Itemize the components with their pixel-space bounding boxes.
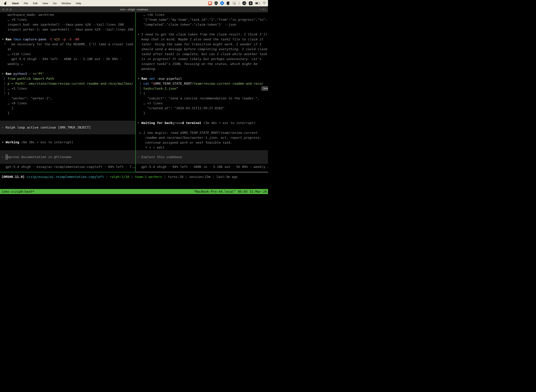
text-segment: later. Using the same for transition mig… xyxy=(138,42,261,46)
text-segment xyxy=(46,37,48,41)
terminal-line: inspect_hud: omx sparkshell --tmux-pane … xyxy=(2,22,135,27)
terminal-line xyxy=(138,71,268,76)
ralph-loop-notice: › Ralph loop active continue [OMX_TMUX_I… xyxy=(0,121,135,134)
terminal-line: ⌥ + ↑ edit xyxy=(138,145,268,150)
terminal-line: … +110 lines xyxy=(2,52,135,56)
prompt-input-right[interactable]: › Explain this codebase xyxy=(136,150,268,164)
terminal-line: gpt-5.4 xhigh · 94% left · 488K in · 5.1… xyxy=(138,164,268,169)
text-segment xyxy=(149,82,151,85)
text-segment xyxy=(72,37,73,41)
text-segment: capture-pane xyxy=(23,37,46,41)
text-segment: mprove documentation in @filename xyxy=(8,155,72,159)
tmux-host-clock: "MacBook-Pro-44.local" 05:03 31-Mar-26 xyxy=(193,189,267,194)
terminal-line: │ tasks/task-2.json" xyxy=(138,86,268,91)
text-segment: • xyxy=(138,77,141,80)
text-segment: OMX_TEAM_STATE_ROOT xyxy=(155,82,192,85)
text-segment: "created_at": "2026-03-31T11:59:27.816Z" xyxy=(138,106,225,110)
terminal-line: inspect_worker-1: omx sparkshell --tmux-… xyxy=(2,27,135,32)
terminal-cursor: I xyxy=(6,154,8,159)
text-segment: └ xyxy=(2,92,8,95)
text-segment xyxy=(147,77,149,80)
terminal-line: later. Using the same for transition mig… xyxy=(138,42,268,47)
text-segment: │ xyxy=(2,87,8,90)
text-segment: set xyxy=(149,77,155,80)
left-session-status: gpt-5.4 xhigh · essay/ai-reimplementatio… xyxy=(2,164,135,169)
terminal-line: inspect task2's JSON, focusing on the st… xyxy=(138,61,268,66)
text-segment: { xyxy=(8,92,10,95)
text-segment: be necessary for the end of the README. … xyxy=(11,42,133,46)
terminal-line: › Improve documentation in @filename xyxy=(0,154,72,159)
pane-divider-vertical[interactable] xyxy=(135,12,136,172)
text-segment: inspect_hud: omx sparkshell --tmux-pane … xyxy=(2,23,124,26)
text-segment: team:1 workers xyxy=(135,175,162,179)
screen-indicator-overlay[interactable]: Scre xyxy=(261,86,268,91)
terminal-line: │ … +3 lines xyxy=(2,86,135,91)
text-segment: } xyxy=(138,111,145,115)
terminal-line: └ be necessary for the end of the README… xyxy=(2,42,135,47)
text-segment: gpt-5.4 xhigh · 94% left · 488K in · 5.1… xyxy=(2,57,122,61)
terminal-line: • Working (6m 38s • esc to interrupt) xyxy=(2,140,135,145)
text-segment xyxy=(27,72,29,75)
text-segment: inspect task2's JSON, focusing on the st… xyxy=(138,62,258,66)
text-segment: Ran xyxy=(141,77,147,80)
text-segment: '{"team_name":"my-team","task_id":"1","f… xyxy=(138,18,267,21)
text-segment: Explain this codebase xyxy=(141,155,182,159)
text-segment: | xyxy=(104,175,110,179)
text-segment: %25 xyxy=(54,37,60,41)
text-segment: -S xyxy=(67,37,72,41)
terminal-line: • Ran tmux capture-pane -t %25 -p -S -80 xyxy=(2,37,135,42)
text-segment: } xyxy=(2,111,10,115)
text-segment: gpt-5.4 xhigh · 94% left · 488K in · 5.1… xyxy=(138,165,268,169)
terminal-line: … +7 lines xyxy=(138,101,268,106)
text-segment: | xyxy=(129,175,135,179)
text-segment: session:23m xyxy=(189,175,211,179)
text-segment: (3m 46s • esc to interrupt) xyxy=(201,121,255,125)
text-segment: keep that in mind. Maybe I also need the… xyxy=(138,37,263,41)
terminal-line: └ { xyxy=(2,91,135,96)
terminal-line: › Ralph loop active continue [OMX_TMUX_I… xyxy=(0,125,91,130)
terminal-line: … +16 lines xyxy=(138,12,268,17)
text-segment: weekly … xyxy=(2,62,23,66)
text-segment: cat xyxy=(143,82,149,85)
terminal-line: workspace_mode: worktree xyxy=(2,12,135,17)
terminal-line: │ cat "$OMX_TEAM_STATE_ROOT/team/review-… xyxy=(138,81,268,86)
text-segment: -euo pipefail xyxy=(157,77,182,80)
terminal-line: pending. xyxy=(138,66,268,71)
prompt-input-left[interactable]: › Improve documentation in @filename xyxy=(0,150,135,164)
text-segment: readme-and-reco/mailbox/worker-1.json, a… xyxy=(138,136,261,140)
text-segment: workspace_mode: worktree xyxy=(2,13,54,17)
terminal-line: │ from pathlib import Path xyxy=(2,76,135,81)
terminal-line: } xyxy=(138,111,268,116)
terminal-line xyxy=(138,27,268,32)
terminal-line: … +9 lines xyxy=(2,101,135,106)
terminal-line: gpt-5.4 xhigh · 94% left · 488K in · 5.1… xyxy=(2,56,135,61)
terminal-line: ↳ 1 new msg(s): read $OMX_TEAM_STATE_ROO… xyxy=(138,130,268,135)
text-segment: -p xyxy=(62,37,66,41)
text-segment: └ xyxy=(2,42,11,46)
text-segment: cczip/essay/ai-reimplementation-copyleft xyxy=(27,175,104,179)
text-segment: tasks/task-2.json xyxy=(143,87,176,90)
text-segment xyxy=(66,37,67,41)
left-scrollback: workspace_mode: worktree … +9 lines insp… xyxy=(2,12,135,116)
text-segment: › xyxy=(2,126,6,129)
terminal-line: • Waiting for background terminal (3m 46… xyxy=(138,121,268,125)
terminal-line: '{"team_name":"my-team","task_id":"1","f… xyxy=(138,17,268,22)
terminal-pane-left: workspace_mode: worktree … +9 lines insp… xyxy=(0,0,135,173)
text-segment: tmux xyxy=(13,37,21,41)
text-segment: │ xyxy=(138,82,143,85)
text-segment: │ xyxy=(138,87,143,90)
terminal-line: gpt-5.4 xhigh · essay/ai-reimplementatio… xyxy=(2,164,135,169)
terminal-line: } xyxy=(2,111,135,116)
text-segment: continue assigned work or next feasible … xyxy=(138,141,232,144)
text-segment xyxy=(11,72,13,75)
pane-border-right-inactive xyxy=(136,172,268,172)
text-segment: › xyxy=(2,155,6,159)
terminal-line: ] xyxy=(2,106,135,111)
text-segment: 1 new msg(s): read $OMX_TEAM_STATE_ROOT/… xyxy=(143,131,259,135)
text-segment: Ralph loop active continue [OMX_TMUX_INJ… xyxy=(6,126,91,129)
text-segment: /team/review-current-readme-and-reco/ xyxy=(192,82,263,85)
terminal-line: └ { xyxy=(138,91,268,96)
terminal-line: "created_at": "2026-03-31T11:59:27.816Z" xyxy=(138,106,268,111)
text-segment: … +3 lines xyxy=(8,87,27,90)
text-segment: is in progress? It seems likely but perh… xyxy=(138,57,261,61)
